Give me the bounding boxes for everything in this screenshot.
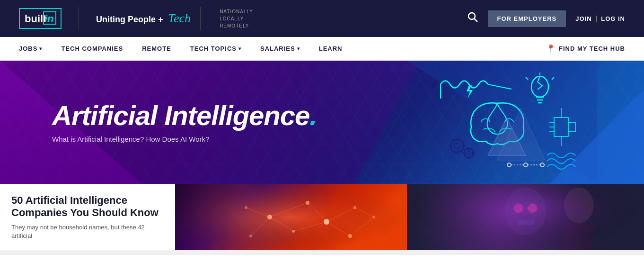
svg-rect-19 <box>456 138 459 141</box>
logo-area: built in Uniting People + Tech NATIONALL… <box>19 7 253 30</box>
nationally-text: NATIONALLYLOCALLYREMOTELY <box>220 8 253 29</box>
svg-point-52 <box>292 230 295 233</box>
tech-topics-chevron-icon: ▾ <box>238 46 241 51</box>
top-navigation: built in Uniting People + Tech NATIONALL… <box>0 0 644 37</box>
article-card-right[interactable] <box>407 184 644 250</box>
coil-icon <box>441 81 512 99</box>
search-button[interactable] <box>467 11 478 26</box>
hero-content: Artificial Intelligence. What is Artific… <box>52 102 317 143</box>
nav-tech-topics[interactable]: TECH TOPICS ▾ <box>190 45 241 52</box>
ai-illustration-svg <box>426 70 587 174</box>
hero-subtitle: What is Artificial Intelligence? How Doe… <box>52 135 317 143</box>
svg-rect-28 <box>472 152 475 154</box>
connection-dots <box>507 163 544 167</box>
svg-line-13 <box>488 84 512 89</box>
gear-icon <box>450 138 465 154</box>
svg-point-17 <box>450 139 464 153</box>
svg-point-3 <box>468 13 475 19</box>
hero-banner: Artificial Intelligence. What is Artific… <box>0 61 644 184</box>
robot-placeholder-svg <box>407 184 644 250</box>
article-image <box>175 184 407 250</box>
jobs-chevron-icon: ▾ <box>39 46 42 51</box>
article-title: 50 Artificial Intelligence Companies You… <box>11 194 164 219</box>
svg-line-10 <box>526 77 528 80</box>
login-link[interactable]: LOG IN <box>601 15 625 22</box>
wave-lines <box>547 153 575 169</box>
logo-svg: built in <box>24 11 57 26</box>
svg-line-47 <box>293 222 326 231</box>
svg-line-49 <box>326 222 350 236</box>
svg-rect-67 <box>517 220 535 225</box>
lightbulb-icon <box>526 73 554 103</box>
secondary-navigation: JOBS ▾ TECH COMPANIES REMOTE TECH TOPICS… <box>0 37 644 61</box>
svg-point-53 <box>324 219 329 225</box>
for-employers-button[interactable]: FOR EMPLOYERS <box>488 10 566 27</box>
svg-point-58 <box>372 216 375 218</box>
top-nav-right: FOR EMPLOYERS JOIN | LOG IN <box>467 10 625 27</box>
svg-rect-43 <box>175 184 407 250</box>
svg-line-61 <box>355 208 374 217</box>
svg-line-60 <box>251 217 270 236</box>
svg-line-46 <box>308 203 326 222</box>
svg-rect-21 <box>450 145 452 147</box>
svg-point-51 <box>306 201 309 205</box>
svg-rect-20 <box>456 151 459 154</box>
article-description: They may not be household names, but the… <box>11 223 164 240</box>
svg-point-57 <box>249 235 252 237</box>
nav-jobs[interactable]: JOBS ▾ <box>19 45 42 52</box>
svg-point-29 <box>507 163 511 167</box>
tagline-tech: Tech <box>168 11 191 25</box>
svg-point-68 <box>564 187 594 223</box>
tagline: Uniting People + Tech <box>96 11 191 26</box>
hero-dot: . <box>309 100 317 131</box>
find-tech-hub[interactable]: 📍 FIND MY TECH HUB <box>546 44 625 53</box>
svg-point-31 <box>540 163 544 167</box>
article-text-box: 50 Artificial Intelligence Companies You… <box>0 184 175 250</box>
svg-rect-34 <box>554 118 568 136</box>
join-link[interactable]: JOIN <box>575 15 591 22</box>
article-card-left[interactable]: 50 Artificial Intelligence Companies You… <box>0 184 407 250</box>
network-svg <box>175 184 407 250</box>
svg-point-65 <box>513 203 523 213</box>
salaries-chevron-icon: ▾ <box>297 46 300 51</box>
svg-text:in: in <box>44 13 54 25</box>
svg-rect-25 <box>468 147 470 150</box>
search-icon <box>467 11 478 23</box>
auth-links: JOIN | LOG IN <box>575 15 625 22</box>
circuit-lines <box>549 108 575 146</box>
svg-rect-70 <box>407 184 644 250</box>
svg-point-5 <box>531 76 548 97</box>
svg-point-30 <box>524 163 528 167</box>
auth-separator: | <box>596 15 598 22</box>
svg-line-59 <box>246 208 270 217</box>
svg-rect-26 <box>468 156 470 159</box>
svg-point-54 <box>353 206 356 209</box>
logo-divider <box>79 7 79 30</box>
svg-point-66 <box>528 203 538 213</box>
svg-line-45 <box>270 217 293 231</box>
svg-point-50 <box>267 215 272 219</box>
nav-remote[interactable]: REMOTE <box>142 45 171 52</box>
gear-small-icon <box>463 147 475 159</box>
hero-title: Artificial Intelligence. <box>52 102 317 129</box>
svg-point-24 <box>467 151 471 155</box>
nav-tech-companies[interactable]: TECH COMPANIES <box>61 45 123 52</box>
tagline-area: Uniting People + Tech NATIONALLYLOCALLYR… <box>96 7 253 30</box>
svg-rect-27 <box>463 152 466 154</box>
tagline-divider <box>200 7 201 30</box>
svg-line-44 <box>270 203 308 217</box>
svg-rect-69 <box>564 223 594 250</box>
svg-rect-22 <box>462 145 465 147</box>
nav-learn[interactable]: LEARN <box>319 45 343 52</box>
svg-rect-63 <box>407 184 644 250</box>
hero-illustration <box>426 70 587 174</box>
tagline-prefix: Uniting People + <box>96 15 163 24</box>
logo[interactable]: built in <box>19 8 62 29</box>
nav-salaries[interactable]: SALARIES ▾ <box>260 45 300 52</box>
svg-line-11 <box>552 77 554 80</box>
svg-line-48 <box>326 208 355 222</box>
location-icon: 📍 <box>546 44 556 53</box>
svg-point-18 <box>454 143 460 149</box>
svg-line-4 <box>474 19 477 22</box>
articles-section: 50 Artificial Intelligence Companies You… <box>0 184 644 255</box>
